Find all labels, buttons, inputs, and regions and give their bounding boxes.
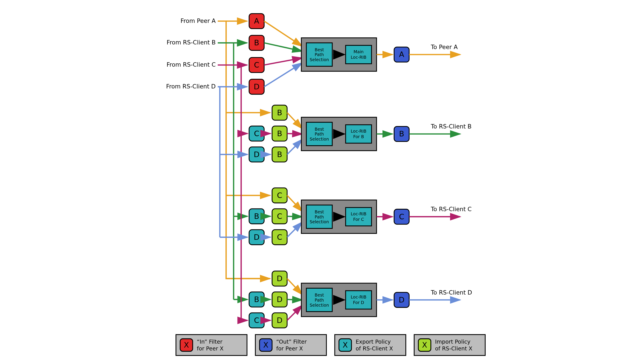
legend-in-l2: for Peer X: [197, 345, 224, 352]
in-filter-c: C: [249, 58, 264, 72]
rib-c-l2: For C: [353, 217, 364, 222]
g4-export-b: B: [249, 292, 264, 307]
arrow-imp-d2-bps: [287, 300, 302, 300]
g3-export-b: B: [249, 209, 264, 224]
in-filter-a-label: A: [254, 16, 259, 25]
arrow-in-a-to-bps: [264, 21, 302, 46]
g4-import-d-top-label: D: [277, 274, 282, 283]
bps-d-l2: Path: [315, 298, 324, 302]
g3-import-c-bot: C: [272, 230, 287, 244]
diagram-canvas: From Peer A From RS-Client B From RS-Cli…: [0, 0, 644, 359]
g3-import-c-mid: C: [272, 209, 287, 224]
arrow-in-b-to-bps: [264, 43, 302, 51]
g2-import-b-bot-label: B: [277, 150, 282, 159]
in-filter-b-label: B: [254, 38, 259, 47]
g2-import-b-top-label: B: [277, 108, 282, 117]
out-filter-a: A: [394, 47, 409, 62]
arrow-imp-c3-bps: [287, 222, 302, 237]
label-from-peer-a: From Peer A: [180, 18, 216, 24]
rib-main-l2: Loc-RIB: [351, 55, 366, 60]
g3-import-c-bot-label: C: [277, 233, 282, 242]
g4-import-d-mid: D: [272, 292, 287, 307]
label-to-rs-d: To RS-Client D: [431, 289, 472, 296]
g4-import-d-bot: D: [272, 313, 287, 328]
g3-import-c-mid-label: C: [277, 212, 282, 221]
in-filter-c-label: C: [254, 60, 259, 69]
bps-main-l2: Path: [315, 52, 324, 57]
out-filter-d-label: D: [399, 296, 404, 304]
legend-imp-l1: Import Policy: [435, 338, 470, 345]
bps-c-l3: Selection: [310, 219, 329, 224]
arrow-in-d-to-bps: [264, 63, 302, 87]
g2-import-b-mid-label: B: [277, 129, 282, 138]
in-filter-a: A: [249, 14, 264, 28]
bps-d-l1: Best: [315, 292, 324, 298]
out-filter-b-label: B: [399, 129, 404, 138]
label-from-rs-c: From RS-Client C: [166, 61, 216, 68]
legend-swatch-in-label: X: [184, 340, 189, 349]
out-filter-b: B: [394, 126, 409, 142]
rib-main-l1: Main: [354, 49, 364, 54]
label-to-rs-b: To RS-Client B: [431, 123, 472, 130]
label-from-rs-d: From RS-Client D: [166, 83, 216, 90]
bps-c-l2: Path: [315, 214, 324, 219]
g2-import-b-top: B: [272, 105, 287, 120]
legend-imp-l2: of RS-Client X: [435, 345, 472, 352]
arrow-imp-c1-bps: [287, 195, 302, 211]
bps-d-l3: Selection: [310, 303, 329, 308]
g4-import-d-mid-label: D: [277, 295, 282, 304]
legend-exp-l2: of RS-Client X: [356, 345, 393, 352]
rib-b-l1: Loc-RIB: [351, 129, 366, 134]
arrow-imp-c2-bps: [287, 216, 302, 217]
rib-b-l2: For B: [353, 134, 364, 139]
label-to-rs-c: To RS-Client C: [431, 206, 472, 212]
bps-main-l1: Best: [315, 47, 324, 52]
arrow-imp-d3-bps: [287, 305, 302, 320]
out-filter-d: D: [394, 292, 409, 307]
arrow-imp-b1-bps: [287, 113, 302, 128]
out-filter-c: C: [394, 209, 409, 224]
g2-import-b-mid: B: [272, 126, 287, 141]
arrow-in-c-to-bps: [264, 58, 302, 65]
label-from-rs-b: From RS-Client B: [167, 39, 216, 46]
g2-export-c-label: C: [254, 129, 259, 138]
g4-import-d-top: D: [272, 271, 287, 286]
bps-main-l3: Selection: [310, 57, 329, 62]
legend-swatch-import-label: X: [422, 340, 427, 349]
g3-export-d-label: D: [254, 233, 260, 242]
legend-swatch-export-label: X: [343, 340, 348, 349]
g2-export-d-label: D: [254, 150, 260, 159]
g3-import-c-top-label: C: [277, 191, 282, 200]
bps-b-l3: Selection: [310, 136, 329, 142]
legend-out-l1: “Out” Filter: [276, 338, 307, 345]
g4-export-c-label: C: [254, 316, 259, 325]
label-to-peer-a: To Peer A: [431, 44, 458, 50]
legend-out-l2: for Peer X: [276, 345, 303, 352]
bps-c-l1: Best: [315, 210, 324, 214]
legend-exp-l1: Export Policy: [356, 338, 391, 345]
g4-export-b-label: B: [254, 295, 259, 304]
g3-export-b-label: B: [254, 212, 259, 221]
out-filter-a-label: A: [399, 50, 404, 59]
bps-b-l2: Path: [315, 132, 324, 136]
g2-export-d: D: [249, 147, 264, 162]
g3-import-c-top: C: [272, 188, 287, 203]
legend-in-l1: “In” Filter: [197, 338, 222, 345]
g4-export-c: C: [249, 313, 264, 328]
legend: X “In” Filter for Peer X X “Out” Filter …: [176, 334, 485, 356]
g2-import-b-bot: B: [272, 147, 287, 162]
legend-swatch-out-label: X: [263, 340, 268, 349]
bps-b-l1: Best: [315, 127, 324, 132]
rib-d-l2: For D: [353, 300, 364, 305]
g4-import-d-bot-label: D: [277, 316, 282, 325]
in-filter-d-label: D: [254, 82, 260, 91]
bus-line-d: [218, 87, 220, 237]
in-filter-d: D: [249, 79, 264, 94]
rib-c-l1: Loc-RIB: [351, 212, 366, 216]
out-filter-c-label: C: [399, 212, 404, 221]
in-filter-b: B: [249, 36, 264, 50]
arrow-imp-b3-bps: [287, 140, 302, 154]
g3-export-d: D: [249, 230, 264, 244]
arrow-imp-d1-bps: [287, 278, 302, 294]
g2-export-c: C: [249, 126, 264, 141]
